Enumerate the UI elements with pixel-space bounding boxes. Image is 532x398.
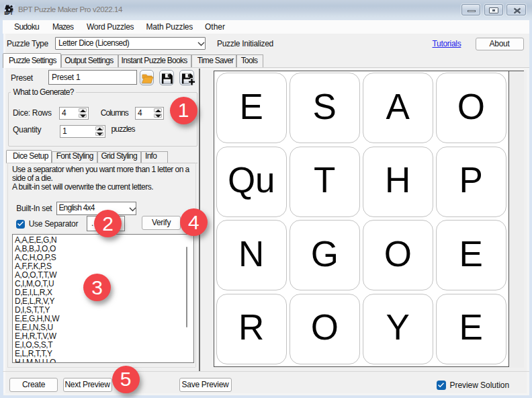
svg-text:BPT: BPT bbox=[4, 11, 13, 15]
